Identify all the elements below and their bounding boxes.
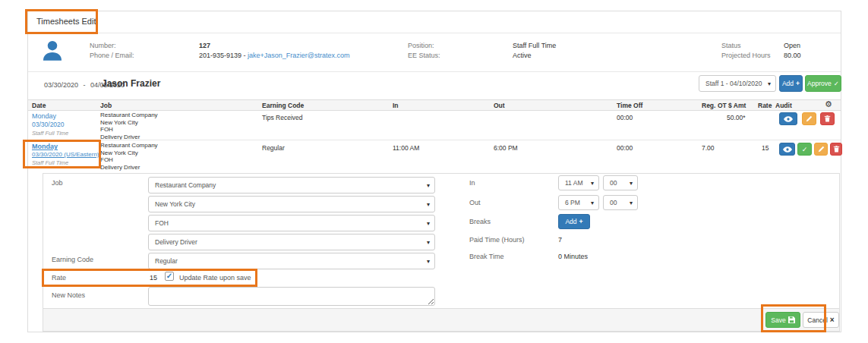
out-minute-select-value: 00 (610, 199, 617, 206)
job-company-select-value: Restaurant Company (155, 181, 216, 189)
phone-email-value: 201-935-9139 - jake+Jason_Frazier@strate… (199, 52, 349, 59)
paid-time-label: Paid Time (Hours) (469, 236, 525, 244)
job-department-select[interactable]: FOH ▾ (148, 215, 435, 231)
gear-icon[interactable]: ⚙ (825, 99, 832, 109)
row1-day-link[interactable]: Monday (32, 112, 68, 120)
close-icon: × (830, 316, 835, 324)
new-notes-input[interactable] (148, 287, 435, 306)
avatar (39, 38, 65, 64)
job-location-select[interactable]: New York City ▾ (148, 196, 435, 212)
row2-out: 6:00 PM (494, 144, 518, 152)
breaks-add-button[interactable]: Add + (558, 214, 590, 229)
paid-time-value: 7 (558, 236, 562, 244)
trash-icon (824, 115, 831, 122)
job-label: Job (52, 179, 63, 187)
col-in: In (393, 102, 399, 109)
staff-period-select-value: Staff 1 - 04/10/2020 (705, 80, 762, 87)
chevron-down-icon: ▾ (768, 80, 771, 87)
approve-button[interactable]: Approve ✓ (805, 75, 841, 92)
row2-reg-hours: 7.00 (702, 144, 715, 152)
row1-note-button[interactable] (802, 112, 816, 125)
row1-delete-button[interactable] (820, 112, 835, 125)
chevron-down-icon: ▾ (591, 180, 594, 187)
col-timeoff: Time Off (617, 102, 642, 109)
new-notes-label: New Notes (52, 291, 85, 299)
status-label: Status (721, 42, 741, 49)
profile-divider (28, 71, 841, 72)
col-audit: Audit (775, 102, 792, 109)
col-ot: OT (718, 102, 727, 109)
row2-in: 11:00 AM (393, 144, 419, 152)
row2-approve-button[interactable]: ✓ (797, 143, 812, 156)
row2-job-company: Restaurant Company (100, 142, 158, 149)
row2-delete-button[interactable] (830, 143, 842, 156)
eye-icon (783, 146, 792, 153)
employee-name: Jason Frazier (102, 78, 160, 89)
in-hour-select[interactable]: 11 AM ▾ (558, 175, 599, 190)
chevron-down-icon: ▾ (427, 182, 430, 189)
row1-date-cell[interactable]: Monday 03/30/2020 Staff Full Time (32, 112, 68, 137)
row-divider (28, 140, 841, 140)
row2-rate: 15 (762, 144, 769, 152)
in-minute-select-value: 00 (610, 179, 617, 187)
row2-job-department: FOH (100, 156, 158, 164)
col-rate: Rate (758, 102, 772, 109)
chevron-down-icon: ▾ (591, 200, 594, 206)
chevron-down-icon: ▾ (427, 220, 430, 227)
earning-code-select-value: Regular (155, 257, 178, 265)
row1-job-cell: Restaurant Company New York City FOH Del… (100, 112, 158, 140)
earning-code-select[interactable]: Regular ▾ (148, 253, 435, 269)
approve-button-label: Approve (807, 80, 832, 87)
row2-day-link[interactable]: Monday (32, 143, 99, 150)
row1-date-link[interactable]: 03/30/2020 (32, 121, 68, 128)
out-minute-select[interactable]: 00 ▾ (603, 195, 638, 210)
title-bar (28, 11, 841, 33)
staff-period-select[interactable]: Staff 1 - 04/10/2020 ▾ (699, 75, 776, 92)
period-separator: - (84, 81, 86, 89)
position-value: Staff Full Time (513, 42, 556, 49)
row1-job-department: FOH (100, 126, 158, 134)
ee-status-value: Active (513, 52, 532, 59)
save-button[interactable]: Save (765, 312, 800, 328)
col-out: Out (494, 102, 505, 109)
number-label: Number: (90, 42, 116, 49)
checkbox-check-icon: ✓ (166, 272, 172, 280)
row1-audit-button[interactable] (779, 112, 797, 125)
chevron-down-icon: ▾ (630, 180, 633, 187)
job-location-select-value: New York City (155, 200, 195, 208)
in-minute-select[interactable]: 00 ▾ (603, 175, 638, 190)
job-department-select-value: FOH (155, 219, 169, 227)
job-position-select[interactable]: Delivery Driver ▾ (148, 234, 435, 250)
out-hour-select[interactable]: 6 PM ▾ (558, 195, 599, 210)
col-earning: Earning Code (262, 102, 304, 109)
break-time-value: 0 Minutes (558, 253, 588, 260)
rate-label: Rate (52, 274, 66, 282)
period-start: 03/30/2020 (44, 81, 78, 89)
row2-audit-button[interactable] (779, 143, 795, 156)
projected-hours-value: 80.00 (784, 52, 801, 59)
add-button[interactable]: Add + (779, 75, 803, 92)
save-icon (788, 316, 795, 323)
update-rate-checkbox[interactable]: ✓ (165, 272, 174, 281)
chevron-down-icon: ▾ (630, 200, 633, 206)
row2-note-button[interactable] (814, 143, 828, 156)
row2-date-link[interactable]: 03/30/2020 (US/Eastern) (32, 151, 99, 158)
update-rate-label: Update Rate upon save (179, 274, 251, 282)
row2-subtitle: Staff Full Time (32, 159, 99, 166)
out-hour-select-value: 6 PM (565, 199, 580, 206)
row2-date-cell[interactable]: Monday 03/30/2020 (US/Eastern) Staff Ful… (32, 143, 99, 166)
cancel-button-label: Cancel (807, 316, 827, 324)
break-time-label: Break Time (469, 253, 504, 260)
save-button-label: Save (771, 316, 785, 324)
projected-hours-label: Projected Hours (721, 52, 771, 59)
chevron-down-icon: ▾ (427, 201, 430, 208)
cancel-button[interactable]: Cancel × (803, 312, 839, 328)
add-button-label: Add (782, 80, 794, 87)
email-link[interactable]: jake+Jason_Frazier@stratex.com (248, 52, 349, 59)
job-company-select[interactable]: Restaurant Company ▾ (148, 177, 435, 194)
row1-time-off: 00:00 (617, 114, 633, 121)
in-label: In (469, 179, 475, 187)
phone-email-label: Phone / Email: (90, 52, 134, 59)
trash-icon (833, 146, 840, 153)
row2-job-cell: Restaurant Company New York City FOH Del… (100, 142, 158, 171)
